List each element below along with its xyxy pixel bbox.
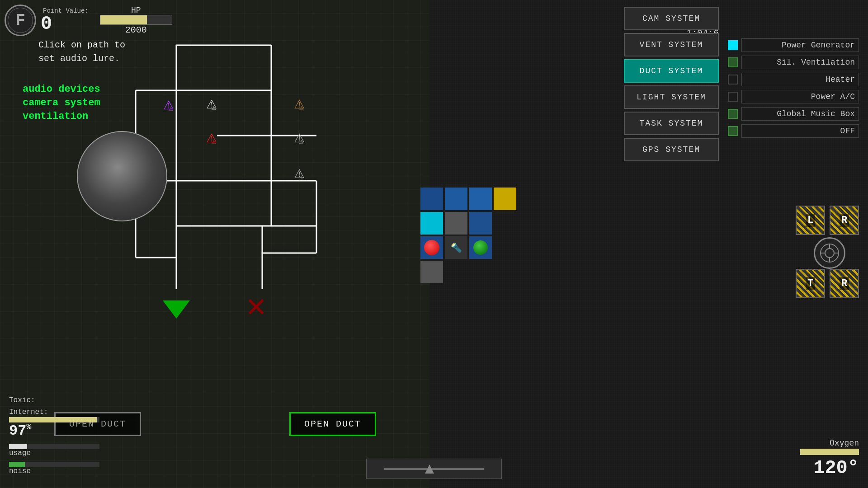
point-value: 0 <box>41 14 89 33</box>
left-label-ventilation[interactable]: ventilation <box>23 111 100 122</box>
power-label-musicbox: Global Music Box <box>741 107 859 121</box>
internet-bar <box>9 417 97 422</box>
nav-button-left[interactable]: L <box>796 206 825 235</box>
power-label-ac: Power A/C <box>741 90 859 103</box>
gps-system-button[interactable]: GPS SYSTEM <box>624 138 719 161</box>
center-bar <box>366 459 502 479</box>
usage-bar <box>9 444 27 449</box>
cam-cell-1[interactable] <box>445 188 467 210</box>
nav-r2-label: R <box>840 277 849 290</box>
nav-button-r2[interactable]: R <box>830 269 859 298</box>
noise-bar <box>9 462 25 467</box>
down-arrow <box>163 300 190 319</box>
cam-cell-6[interactable] <box>469 212 492 235</box>
temperature-display: 120° <box>800 457 859 479</box>
hp-bar <box>100 15 147 24</box>
svg-point-14 <box>825 249 834 258</box>
right-panel: CAM SYSTEM VENT SYSTEM DUCT SYSTEM LIGHT… <box>624 7 719 161</box>
internet-percent: 97% <box>9 422 99 439</box>
power-indicator-ac[interactable] <box>728 92 738 102</box>
internet-bar-container <box>9 417 99 422</box>
power-indicator-generator[interactable] <box>728 40 738 50</box>
hp-label: HP <box>100 6 172 15</box>
target-svg <box>818 242 841 264</box>
left-labels: audio devices camera system ventilation <box>23 84 100 122</box>
power-panel: Power Generator Sil. Ventilation Heater … <box>728 38 859 138</box>
bottom-center <box>366 459 502 479</box>
internet-label: Internet: <box>9 408 99 416</box>
vent-system-button[interactable]: VENT SYSTEM <box>624 33 719 56</box>
cam-cell-5[interactable] <box>445 212 467 235</box>
entity-circle <box>77 131 167 221</box>
power-label-off: OFF <box>741 124 859 138</box>
cam-cell-flashlight[interactable]: 🔦 <box>445 236 467 259</box>
power-row-musicbox: Global Music Box <box>728 107 859 121</box>
left-label-audio[interactable]: audio devices <box>23 84 100 95</box>
toxic-status: Toxic: <box>9 396 99 404</box>
cam-grid: 🔦 <box>420 188 520 283</box>
cam-cell-2[interactable] <box>469 188 492 210</box>
power-indicator-off[interactable] <box>728 126 738 136</box>
toxic-label: Toxic: <box>9 396 99 404</box>
instruction-line1: Click on path to <box>38 38 125 52</box>
target-icon[interactable] <box>814 237 845 269</box>
left-label-camera[interactable]: camera system <box>23 97 100 108</box>
x-marker: ✕ <box>246 291 266 324</box>
nav-left-label: L <box>806 214 815 227</box>
power-row-off: OFF <box>728 124 859 138</box>
point-info: Point Value: 0 <box>43 7 89 33</box>
cam-cell-3[interactable] <box>494 188 516 210</box>
center-bar-svg <box>375 462 493 476</box>
usage-bar-container <box>9 444 99 449</box>
nav-buttons: L R <box>796 206 859 235</box>
instruction-line2: set audio lure. <box>38 52 125 66</box>
usage-status: usage <box>9 443 99 457</box>
cam-cell-red[interactable] <box>420 236 443 259</box>
hp-value: 2000 <box>100 25 172 35</box>
power-indicator-heater[interactable] <box>728 75 738 84</box>
green-dot <box>473 240 488 255</box>
duct-system-button[interactable]: DUCT SYSTEM <box>624 59 719 83</box>
red-dot <box>424 240 439 255</box>
power-row-ventilation: Sil. Ventilation <box>728 56 859 69</box>
cam-cell-7 <box>494 212 516 235</box>
bottom-nav-buttons: T R <box>796 269 859 298</box>
power-row-heater: Heater <box>728 73 859 86</box>
nav-button-right[interactable]: R <box>830 206 859 235</box>
nav-right-label: R <box>840 214 849 227</box>
light-system-button[interactable]: LIGHT SYSTEM <box>624 85 719 109</box>
cam-cell-11 <box>494 236 516 259</box>
oxygen-label: Oxygen <box>800 438 859 447</box>
noise-bar-container <box>9 462 99 467</box>
cam-cell-4[interactable] <box>420 212 443 235</box>
internet-status: Internet: 97% <box>9 408 99 439</box>
faction-icon: F <box>5 5 36 36</box>
open-duct-right-button[interactable]: OPEN DUCT <box>289 412 376 436</box>
cam-cell-0[interactable] <box>420 188 443 210</box>
bottom-right-status: Oxygen 120° <box>800 438 859 479</box>
hp-section: HP 2000 <box>100 6 172 35</box>
power-indicator-musicbox[interactable] <box>728 109 738 119</box>
hp-bar-container <box>100 15 172 25</box>
flashlight-icon: 🔦 <box>451 242 462 253</box>
faction-letter: F <box>15 11 25 30</box>
power-row-generator: Power Generator <box>728 38 859 52</box>
cam-cell-gray-bottom[interactable] <box>420 261 443 283</box>
nav-button-t[interactable]: T <box>796 269 825 298</box>
hud-topleft: F Point Value: 0 HP 2000 <box>5 5 172 36</box>
instruction-text: Click on path to set audio lure. <box>38 38 125 66</box>
noise-label: noise <box>9 467 99 475</box>
cam-system-button[interactable]: CAM SYSTEM <box>624 7 719 30</box>
cam-cell-green[interactable] <box>469 236 492 259</box>
power-label-ventilation: Sil. Ventilation <box>741 56 859 69</box>
nav-t-label: T <box>806 277 815 290</box>
oxygen-bar <box>800 449 859 455</box>
power-indicator-ventilation[interactable] <box>728 57 738 67</box>
noise-status: noise <box>9 461 99 475</box>
task-system-button[interactable]: TASK SYSTEM <box>624 112 719 135</box>
power-label-heater: Heater <box>741 73 859 86</box>
usage-label: usage <box>9 449 99 457</box>
power-row-ac: Power A/C <box>728 90 859 103</box>
bottom-left-status: Toxic: Internet: 97% usage noise <box>9 396 99 479</box>
power-label-generator: Power Generator <box>741 38 859 52</box>
